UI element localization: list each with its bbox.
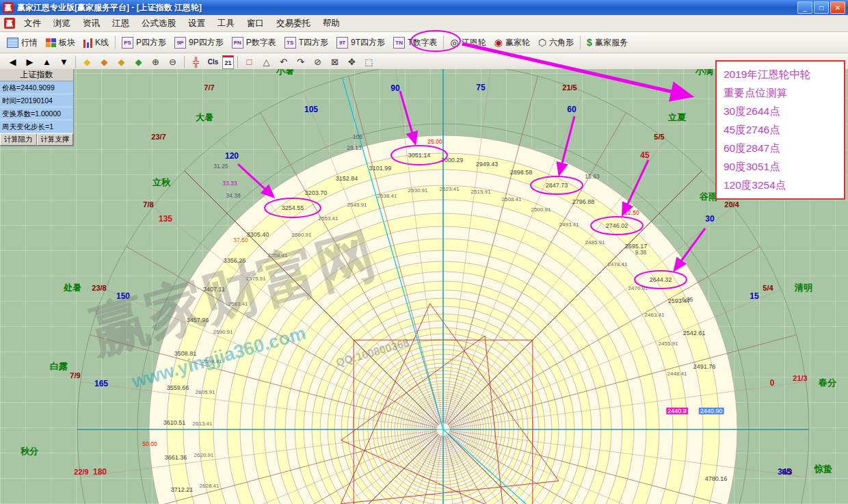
rotate-ccw-button[interactable]: ↶ [276, 55, 291, 70]
rect-tool-button[interactable]: □ [241, 55, 257, 70]
price-ring-label: 3457.96 [187, 317, 209, 323]
toolbar-item-t-square[interactable]: TST四方形 [280, 35, 332, 51]
solar-term-label: 大暑 [196, 111, 213, 124]
toolbar-item-quotes[interactable]: 行情 [3, 35, 42, 51]
mid-ring-label: 2530.91 [408, 187, 428, 194]
diamond-tool-green[interactable]: ◆ [131, 55, 146, 70]
degree-mark-label: 34.38 [226, 192, 240, 199]
date-label: 21/5 [562, 83, 577, 92]
zoom-out-button[interactable]: ⊖ [165, 55, 181, 70]
select-rect-button[interactable]: ⬚ [361, 55, 377, 70]
toolbar-item-sectors[interactable]: 板块 [42, 35, 79, 51]
maximize-button[interactable]: □ [814, 1, 829, 14]
diamond-tool-gold[interactable]: ◆ [114, 55, 129, 70]
degree-mark-label: 105 [353, 133, 362, 140]
angle-label: 345 [778, 467, 791, 477]
degree-mark-label: 31.25 [213, 163, 228, 170]
nav-back-button[interactable]: ◀ [5, 55, 21, 70]
mid-ring-label: 2568.41 [268, 252, 288, 258]
close-button[interactable]: ✕ [830, 1, 845, 14]
menu-gann[interactable]: 江恩 [106, 16, 135, 31]
price-ring-label: 3101.99 [369, 165, 392, 172]
toolbar-item-gann-wheel[interactable]: ◎江恩轮 [446, 35, 490, 51]
calendar-button[interactable]: 21 [222, 55, 234, 69]
nav-forward-button[interactable]: ▶ [22, 55, 38, 70]
move-tool-button[interactable]: ✥ [344, 55, 360, 70]
menu-settings[interactable]: 设置 [182, 16, 211, 31]
degree-mark-label: 15.63 [585, 173, 599, 180]
info-panel-buttons: 计算阻力计算支撑 [0, 133, 73, 146]
toolbar-item-9t-square[interactable]: 9T9T四方形 [332, 35, 389, 51]
price-ring-label: 3610.51 [163, 419, 186, 426]
price-ring-label: 2949.43 [476, 161, 499, 168]
menu-bar: 赢 文件浏览资讯江恩公式选股设置工具窗口交易委托帮助 [0, 15, 848, 32]
9t-square-icon: 9T [336, 37, 348, 49]
annotation-lines: 2019年江恩轮中轮重要点位测算30度2644点45度2746点60度2847点… [724, 65, 837, 194]
menu-trade-order[interactable]: 交易委托 [270, 16, 317, 31]
p-table-icon: PN [232, 37, 243, 49]
price-ring-label: 2644.32 [650, 276, 672, 283]
measure-tool-button[interactable]: ╬ [188, 55, 204, 70]
toolbar-item-kline[interactable]: K线 [79, 35, 113, 51]
circle-tool-button[interactable]: ⊘ [310, 55, 326, 70]
price-ring-label: 3356.26 [224, 257, 246, 264]
triangle-tool-button[interactable]: △ [259, 55, 274, 70]
window-controls: _□✕ [796, 1, 845, 14]
price-ring-label: 3152.84 [336, 175, 358, 182]
solar-term-label: 清明 [795, 282, 812, 294]
menu-formula-stock-picking[interactable]: 公式选股 [135, 16, 182, 31]
rotate-cw-button[interactable]: ↷ [293, 55, 308, 70]
price-ring-label: 3508.81 [174, 350, 197, 357]
toolbar-separator [580, 36, 581, 49]
minimize-button[interactable]: _ [797, 1, 812, 14]
toolbar-item-t-square-label: T四方形 [299, 37, 328, 49]
toolbar-item-p-table[interactable]: PNP数字表 [228, 35, 280, 51]
block-square [46, 43, 51, 47]
arrow-up-button[interactable]: ▲ [39, 55, 55, 70]
candle [83, 40, 85, 48]
arrow-down-button[interactable]: ▼ [56, 55, 72, 70]
diamond-tool-yellow[interactable]: ◆ [79, 55, 95, 70]
t-table-icon: TN [393, 37, 405, 49]
angle-label: 165 [94, 379, 108, 388]
block-square [51, 43, 56, 47]
9p-square-icon: 9P [174, 37, 186, 49]
toolbar-item-quotes-label: 行情 [21, 37, 38, 49]
toolbar-item-9p-square-label: 9P四方形 [189, 37, 224, 49]
mid-ring-label: 2538.41 [377, 193, 397, 199]
menu-help[interactable]: 帮助 [317, 16, 346, 31]
toolbar-item-p-square-label: P四方形 [136, 37, 166, 49]
toolbar-item-hexagon[interactable]: ⬡六角形 [534, 35, 578, 51]
toolbar-item-p-square[interactable]: PSP四方形 [118, 35, 170, 51]
diamond-tool-orange[interactable]: ◆ [96, 55, 112, 70]
toolbar-item-9p-square[interactable]: 9P9P四方形 [170, 35, 228, 51]
toolbar-item-winner-wheel[interactable]: ◉赢家轮 [490, 35, 534, 51]
mid-ring-label: 2590.91 [213, 329, 233, 335]
delete-box-button[interactable]: ⊠ [327, 55, 343, 70]
calc-support-button[interactable]: 计算支撑 [37, 133, 74, 146]
degree-mark-label: 37.50 [233, 237, 248, 243]
menu-window[interactable]: 窗口 [241, 16, 270, 31]
menu-tools[interactable]: 工具 [211, 16, 241, 31]
solar-term-label: 小暑 [276, 69, 294, 77]
price-ring-label: 3203.70 [305, 189, 328, 196]
zoom-in-button[interactable]: ⊕ [148, 55, 163, 70]
calc-resistance-button[interactable]: 计算阻力 [0, 133, 37, 146]
app-logo-icon: 赢 [3, 2, 14, 13]
mid-ring-label: 2500.91 [531, 207, 551, 213]
angle-label: 180 [93, 467, 107, 477]
main-toolbar: 行情板块K线PSP四方形9P9P四方形PNP数字表TST四方形9T9T四方形TN… [0, 32, 848, 53]
quotes-icon [7, 38, 18, 48]
date-label: 7/7 [204, 83, 214, 92]
degree-mark-label: 9.38 [635, 249, 647, 256]
menu-browse[interactable]: 浏览 [47, 16, 77, 31]
toolbar-item-p-table-label: P数字表 [246, 37, 276, 49]
menu-news[interactable]: 资讯 [77, 16, 106, 31]
toolbar-item-winner-service[interactable]: $赢家服务 [583, 35, 632, 51]
menu-file[interactable]: 文件 [18, 16, 47, 31]
degree-mark-label: 50.00 [142, 440, 157, 447]
toolbar-item-t-table[interactable]: TNT数字表 [389, 35, 441, 51]
price-ring-label: 3661.36 [165, 454, 187, 461]
cls-button[interactable]: Cls [205, 55, 221, 70]
mid-ring-label: 2470.91 [628, 285, 648, 291]
